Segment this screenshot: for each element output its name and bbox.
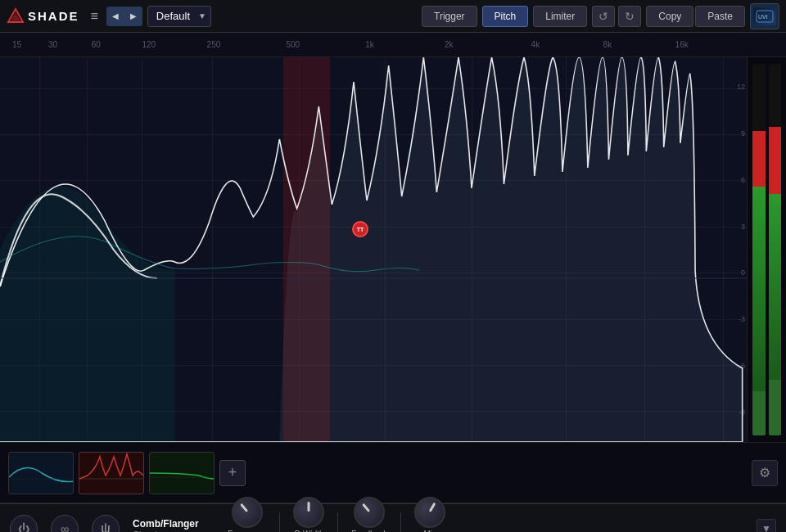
band-strip-2-curve bbox=[79, 453, 144, 494]
effect-name-sub: Classic bbox=[133, 530, 215, 533]
svg-text:UVI: UVI bbox=[758, 14, 768, 20]
menu-icon[interactable]: ≡ bbox=[88, 7, 102, 25]
freq-label-250: 250 bbox=[207, 40, 221, 49]
freq-label-16k: 16k bbox=[675, 40, 689, 49]
band-strip-1[interactable] bbox=[8, 452, 74, 494]
freq-label-60: 60 bbox=[92, 40, 101, 49]
logo-icon bbox=[7, 7, 25, 25]
vu-meter-left bbox=[752, 64, 766, 435]
freq-label-8k: 8k bbox=[603, 40, 612, 49]
vu-meter-right bbox=[769, 64, 782, 435]
vu-fill-mid bbox=[752, 187, 766, 391]
settings-icon: ⚙ bbox=[759, 465, 770, 480]
uvi-inner: UVI bbox=[753, 7, 776, 25]
freq-labels-container: 15 30 60 120 250 500 1k 2k 4k 8k 16k bbox=[12, 33, 733, 56]
power-button[interactable]: ⏻ bbox=[10, 515, 38, 533]
band-strip-1-curve bbox=[9, 453, 74, 494]
loop-button[interactable]: ∞ bbox=[51, 515, 79, 533]
redo-button[interactable]: ↻ bbox=[618, 6, 641, 27]
loop-icon: ∞ bbox=[61, 522, 69, 533]
divider-2 bbox=[337, 512, 338, 533]
freq-label-4k: 4k bbox=[531, 40, 540, 49]
pitch-button[interactable]: Pitch bbox=[482, 6, 529, 27]
logo: SHADE bbox=[7, 7, 79, 25]
preset-select[interactable]: Default bbox=[147, 6, 211, 27]
bottom-controls: ⏻ ∞ ψ Comb/Flanger Classic Frequency 453… bbox=[0, 503, 786, 532]
freq-label-30: 30 bbox=[48, 40, 57, 49]
filter-icon: ψ bbox=[101, 521, 110, 533]
freq-label-2k: 2k bbox=[445, 40, 454, 49]
eq-svg-canvas bbox=[0, 57, 786, 442]
band-strip-3[interactable] bbox=[149, 452, 215, 494]
expand-button[interactable]: ▼ bbox=[757, 519, 776, 533]
vu-meters bbox=[747, 57, 786, 442]
copy-button[interactable]: Copy bbox=[646, 6, 693, 27]
vu-fill-right-mid bbox=[769, 194, 782, 380]
undo-button[interactable]: ↺ bbox=[592, 6, 615, 27]
effect-name-main: Comb/Flanger bbox=[133, 518, 215, 530]
band-strips-area: + ⚙ bbox=[0, 442, 786, 503]
top-bar: SHADE ≡ ◀ ▶ Default ▼ Trigger Pitch Limi… bbox=[0, 0, 786, 33]
uvi-logo-icon: UVI bbox=[755, 9, 775, 24]
nav-right-button[interactable]: ▶ bbox=[124, 7, 142, 26]
paste-button[interactable]: Paste bbox=[695, 6, 745, 27]
filter-type-button[interactable]: ψ bbox=[92, 515, 120, 533]
vu-fill-low bbox=[752, 391, 766, 435]
chevron-down-icon: ▼ bbox=[761, 523, 771, 533]
settings-button[interactable]: ⚙ bbox=[752, 460, 778, 486]
eq-node-label: TT bbox=[357, 227, 364, 232]
effect-name-group: Comb/Flanger Classic bbox=[133, 518, 215, 533]
preset-wrapper: Default ▼ bbox=[147, 6, 211, 27]
undo-redo-group: ↺ ↻ bbox=[592, 6, 641, 27]
freq-label-1k: 1k bbox=[365, 40, 374, 49]
mix-knob-group: Mix 70.8 % R1 bbox=[414, 497, 445, 532]
copy-paste-group: Copy Paste bbox=[646, 6, 745, 27]
uvi-badge: UVI bbox=[750, 3, 779, 29]
trigger-button[interactable]: Trigger bbox=[422, 6, 477, 27]
qwidth-knob-group: Q-Width 0.91 M1 bbox=[293, 497, 324, 532]
app-title: SHADE bbox=[28, 9, 79, 23]
limiter-button[interactable]: Limiter bbox=[533, 6, 587, 27]
frequency-knob[interactable] bbox=[232, 497, 263, 528]
freq-label-15: 15 bbox=[12, 40, 21, 49]
eq-node-comb[interactable]: TT bbox=[352, 221, 368, 237]
vu-fill-high bbox=[752, 131, 766, 187]
freq-label-500: 500 bbox=[286, 40, 300, 49]
feedback-knob[interactable] bbox=[354, 497, 385, 528]
add-band-button[interactable]: + bbox=[219, 460, 246, 486]
divider-3 bbox=[400, 512, 401, 533]
qwidth-knob[interactable] bbox=[293, 497, 324, 528]
frequency-axis: 15 30 60 120 250 500 1k 2k 4k 8k 16k bbox=[0, 33, 786, 57]
nav-left-button[interactable]: ◀ bbox=[106, 7, 124, 26]
freq-label-120: 120 bbox=[142, 40, 156, 49]
vu-fill-right-low bbox=[769, 380, 782, 435]
power-icon: ⏻ bbox=[18, 522, 29, 533]
nav-arrows: ◀ ▶ bbox=[106, 7, 142, 26]
vu-fill-right-high bbox=[769, 127, 782, 194]
eq-display: 12 9 6 3 0 -3 -6 -9 TT bbox=[0, 57, 786, 442]
band-strip-2[interactable] bbox=[79, 452, 144, 494]
divider-1 bbox=[279, 512, 280, 533]
mix-knob[interactable] bbox=[414, 497, 445, 528]
band-strip-3-curve bbox=[150, 453, 215, 494]
